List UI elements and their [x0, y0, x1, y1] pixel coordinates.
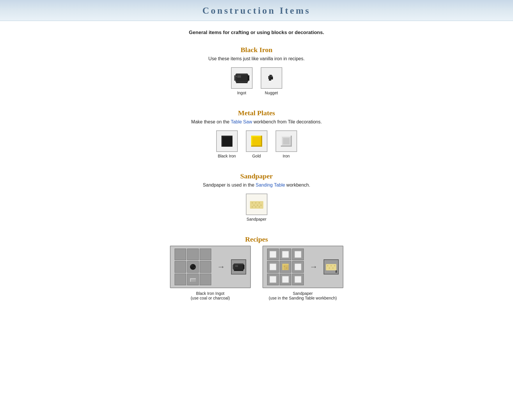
svg-point-37 — [191, 265, 193, 267]
sandpaper-label: Sandpaper — [246, 217, 267, 221]
svg-rect-56 — [286, 267, 287, 269]
svg-rect-25 — [283, 138, 290, 144]
svg-rect-55 — [284, 266, 285, 267]
svg-rect-47 — [235, 265, 238, 267]
cell-2-1 — [175, 261, 186, 273]
plate-iron-label: Iron — [283, 154, 290, 158]
metal-plates-title: Metal Plates — [137, 109, 376, 117]
recipe-black-iron-ingot: → Black Iron Ingot — [170, 246, 251, 300]
cell-1-2 — [187, 249, 199, 260]
svg-rect-54 — [282, 264, 284, 270]
plate-black-card: Black Iron — [216, 130, 238, 158]
svg-rect-41 — [190, 278, 191, 282]
svg-rect-12 — [221, 136, 232, 147]
black-iron-ingot-icon — [231, 67, 253, 89]
svg-rect-13 — [221, 136, 232, 137]
svg-rect-0 — [235, 74, 248, 82]
svg-rect-44 — [243, 265, 244, 269]
metal-plates-desc: Make these on the Table Saw workbench fr… — [137, 119, 376, 125]
cell2-3-2 — [280, 274, 291, 285]
recipe-1-label: Black Iron Ingot (use coal or charcoal) — [191, 291, 230, 300]
crafting-grid-1 — [175, 249, 211, 285]
recipe-result-1 — [231, 259, 246, 274]
plate-iron-icon — [276, 130, 297, 152]
result-ingot-svg — [232, 260, 245, 273]
plate-gold-card: Gold — [246, 130, 267, 158]
iron-piece-icon — [189, 275, 197, 283]
svg-rect-15 — [251, 136, 262, 147]
paper-icon-8 — [294, 275, 302, 283]
recipe-result-2: 8 — [324, 259, 339, 274]
cell-3-3 — [200, 274, 211, 285]
metal-plates-items: Black Iron Gold — [137, 130, 376, 158]
ingot-svg — [233, 69, 251, 87]
paper-icon-3 — [294, 250, 302, 258]
page-title: Construction Items — [0, 5, 513, 16]
svg-rect-6 — [235, 76, 237, 77]
sanding-table-link[interactable]: Sanding Table — [256, 182, 285, 187]
paper-icon-7 — [281, 275, 290, 283]
nugget-svg — [263, 70, 280, 86]
cell2-3-3 — [292, 274, 304, 285]
plate-iron-svg — [278, 133, 295, 150]
svg-rect-19 — [251, 146, 262, 147]
black-iron-desc: Use these items just like vanilla iron i… — [137, 56, 376, 61]
section-black-iron: Black Iron Use these items just like van… — [137, 46, 376, 95]
coal-icon — [189, 263, 197, 271]
recipe-arrow-2: → — [310, 262, 318, 272]
svg-rect-16 — [251, 136, 262, 137]
table-saw-link[interactable]: Table Saw — [231, 119, 252, 124]
cell-1-3 — [200, 249, 211, 260]
svg-point-36 — [190, 264, 196, 270]
sandpaper-card: Sandpaper — [246, 194, 267, 221]
section-metal-plates: Metal Plates Make these on the Table Saw… — [137, 109, 376, 158]
cell-3-1 — [175, 274, 186, 285]
page-content: General items for crafting or using bloc… — [132, 21, 382, 332]
sandpaper-desc: Sandpaper is used in the Sanding Table w… — [137, 182, 376, 188]
svg-rect-3 — [236, 73, 247, 75]
cell2-3-1 — [267, 274, 279, 285]
svg-rect-22 — [281, 136, 282, 147]
recipe-arrow-1: → — [217, 262, 225, 272]
svg-rect-10 — [269, 78, 271, 81]
section-sandpaper: Sandpaper Sandpaper is used in the Sandi… — [137, 172, 376, 221]
plate-iron-card: Iron — [276, 130, 297, 158]
svg-point-38 — [194, 267, 195, 268]
crafting-grid-2 — [267, 249, 304, 285]
sand-icon — [281, 263, 290, 271]
svg-rect-5 — [237, 75, 241, 78]
svg-rect-18 — [261, 136, 262, 147]
svg-rect-51 — [270, 264, 276, 270]
page-subtitle: General items for crafting or using bloc… — [137, 30, 376, 36]
plate-gold-label: Gold — [252, 154, 261, 158]
paper-icon-1 — [269, 250, 277, 258]
svg-rect-45 — [234, 263, 243, 265]
svg-rect-42 — [233, 264, 244, 270]
page-header: Construction Items — [0, 0, 513, 21]
black-iron-title: Black Iron — [137, 46, 376, 54]
paper-icon-5 — [294, 263, 302, 271]
svg-rect-21 — [281, 136, 292, 137]
cell2-2-3 — [292, 261, 304, 273]
recipe-sandpaper: → 8 Sandpap — [262, 246, 343, 300]
svg-rect-46 — [234, 270, 243, 271]
plate-gold-icon — [246, 130, 267, 152]
svg-rect-59 — [282, 276, 289, 283]
svg-rect-50 — [295, 251, 301, 258]
cell2-1-1 — [267, 249, 279, 260]
svg-rect-11 — [271, 75, 272, 77]
sandpaper-items: Sandpaper — [137, 194, 376, 221]
svg-rect-49 — [282, 251, 289, 258]
cell2-1-2 — [280, 249, 291, 260]
sandpaper-svg — [248, 196, 265, 213]
cell-2-3 — [200, 261, 211, 273]
cell2-2-1 — [267, 261, 279, 273]
recipe-2-label: Sandpaper (use in the Sanding Table work… — [269, 291, 337, 300]
cell2-2-2 — [280, 261, 291, 273]
cell-2-2 — [187, 261, 199, 273]
paper-icon-6 — [269, 275, 277, 283]
cell-1-1 — [175, 249, 186, 260]
black-iron-nugget-card: Nugget — [261, 67, 282, 95]
recipe-result-2-badge: 8 — [335, 270, 337, 273]
paper-icon-2 — [281, 250, 290, 258]
